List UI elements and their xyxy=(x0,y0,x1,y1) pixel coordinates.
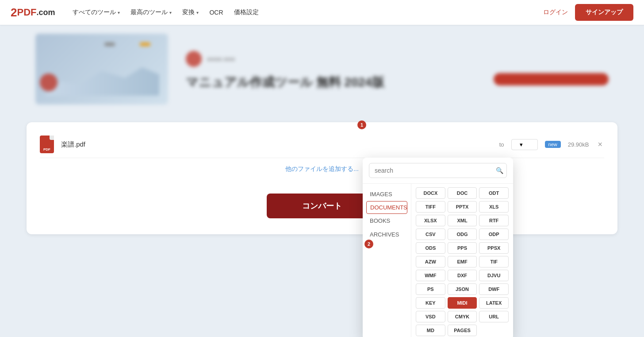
hero-dot-red xyxy=(40,74,58,91)
step2-badge: 2 xyxy=(364,240,373,248)
nav-ocr[interactable]: OCR xyxy=(209,9,223,16)
format-btn-doc[interactable]: DOC xyxy=(448,187,477,199)
format-btn-cmyk[interactable]: CMYK xyxy=(448,311,477,322)
signup-button[interactable]: サインアップ xyxy=(575,4,633,21)
hero-section: ●●●●.●●● マニュアル作成ツール 無料 2024版 xyxy=(0,25,644,113)
hero-badge-orange xyxy=(140,43,150,46)
search-icon: 🔍 xyxy=(496,167,503,174)
format-btn-rtf[interactable]: RTF xyxy=(479,215,509,226)
format-btn-xml[interactable]: XML xyxy=(448,215,477,226)
add-file-link[interactable]: 他のファイルを追加する... xyxy=(40,158,604,180)
hero-badge-gray xyxy=(104,43,115,46)
logo-2: 2 xyxy=(11,6,17,19)
header-actions: ログイン サインアップ xyxy=(543,4,633,21)
search-box: 🔍 xyxy=(363,158,513,184)
logo-com: .com xyxy=(36,8,55,17)
search-input[interactable] xyxy=(369,163,507,178)
format-btn-midi[interactable]: MIDI xyxy=(448,297,477,309)
format-btn-pptx[interactable]: PPTX xyxy=(448,201,477,213)
format-btn-pages[interactable]: PAGES xyxy=(448,325,477,336)
category-books[interactable]: BOOKS xyxy=(363,214,411,228)
format-btn-emf[interactable]: EMF xyxy=(448,256,477,267)
hero-cta xyxy=(494,73,609,85)
format-btn-md[interactable]: MD xyxy=(416,325,445,336)
file-name: 楽譜.pdf xyxy=(61,140,492,149)
nav: すべてのツール ▾ 最高のツール ▾ 変換 ▾ OCR 価格設定 xyxy=(73,8,543,16)
format-btn-vsd[interactable]: VSD xyxy=(416,311,445,322)
login-button[interactable]: ログイン xyxy=(543,8,568,16)
format-btn-key[interactable]: KEY xyxy=(416,297,445,309)
convert-button[interactable]: コンバート xyxy=(267,194,377,218)
nav-all-tools[interactable]: すべてのツール ▾ xyxy=(73,8,120,16)
category-list: IMAGES DOCUMENTS BOOKS ARCHIVES xyxy=(363,184,411,337)
logo-pdf: PDF xyxy=(17,7,36,18)
category-images[interactable]: IMAGES xyxy=(363,187,411,201)
format-btn-odp[interactable]: ODP xyxy=(479,229,509,240)
header: 2PDF.com すべてのツール ▾ 最高のツール ▾ 変換 ▾ OCR 価格設… xyxy=(0,0,644,25)
format-dropdown-panel: 🔍 IMAGES DOCUMENTS BOOKS ARCHIVES DOCXDO… xyxy=(363,158,513,337)
nav-best-tools[interactable]: 最高のツール ▾ xyxy=(130,8,172,16)
format-btn-json[interactable]: JSON xyxy=(448,283,477,295)
format-btn-ods[interactable]: ODS xyxy=(416,242,445,254)
chevron-down-icon: ▾ xyxy=(196,10,199,15)
main-content: 1 PDF 楽譜.pdf to ▾ new 29.90kB × 他のファイルを追… xyxy=(0,113,644,337)
format-selector[interactable]: ▾ xyxy=(511,139,538,150)
format-btn-latex[interactable]: LATEX xyxy=(479,297,509,309)
format-btn-url[interactable]: URL xyxy=(479,311,509,322)
format-btn-xlsx[interactable]: XLSX xyxy=(416,215,445,226)
hero-image xyxy=(35,34,168,105)
format-btn-odg[interactable]: ODG xyxy=(448,229,477,240)
format-btn-pps[interactable]: PPS xyxy=(448,242,477,254)
format-btn-tif[interactable]: TIF xyxy=(479,256,509,267)
format-btn-dxf[interactable]: DXF xyxy=(448,270,477,281)
pdf-file-icon: PDF xyxy=(40,136,54,153)
hero-text-area: ●●●●.●●● マニュアル作成ツール 無料 2024版 xyxy=(168,51,609,87)
format-btn-odt[interactable]: ODT xyxy=(479,187,509,199)
chevron-down-icon: ▾ xyxy=(169,10,172,15)
format-btn-azw[interactable]: AZW xyxy=(416,256,445,267)
format-btn-wmf[interactable]: WMF xyxy=(416,270,445,281)
dropdown-content: IMAGES DOCUMENTS BOOKS ARCHIVES DOCXDOCO… xyxy=(363,184,513,337)
format-btn-dwf[interactable]: DWF xyxy=(479,283,509,295)
format-btn-xls[interactable]: XLS xyxy=(479,201,509,213)
category-documents[interactable]: DOCUMENTS xyxy=(366,201,407,214)
nav-pricing[interactable]: 価格設定 xyxy=(234,8,259,16)
logo[interactable]: 2PDF.com xyxy=(11,6,55,19)
file-size: 29.90kB xyxy=(568,141,589,148)
new-badge: new xyxy=(545,141,561,148)
close-button[interactable]: × xyxy=(596,140,604,149)
nav-convert[interactable]: 変換 ▾ xyxy=(182,8,199,16)
file-row: PDF 楽譜.pdf to ▾ new 29.90kB × xyxy=(40,131,604,158)
format-btn-djvu[interactable]: DJVU xyxy=(479,270,509,281)
format-btn-ps[interactable]: PS xyxy=(416,283,445,295)
format-btn-csv[interactable]: CSV xyxy=(416,229,445,240)
step1-badge: 1 xyxy=(357,120,366,129)
chevron-down-icon: ▾ xyxy=(118,10,120,15)
format-btn-ppsx[interactable]: PPSX xyxy=(479,242,509,254)
hero-chart xyxy=(44,60,159,96)
format-btn-docx[interactable]: DOCX xyxy=(416,187,445,199)
format-btn-tiff[interactable]: TIFF xyxy=(416,201,445,213)
to-label: to xyxy=(499,141,504,148)
conversion-card: PDF 楽譜.pdf to ▾ new 29.90kB × 他のファイルを追加す… xyxy=(27,122,617,234)
hero-blurred: ●●●●.●●● マニュアル作成ツール 無料 2024版 xyxy=(35,34,609,105)
format-grid: DOCXDOCODTTIFFPPTXXLSXLSXXMLRTFCSVODGODP… xyxy=(411,184,513,337)
chevron-down-icon: ▾ xyxy=(520,141,523,148)
